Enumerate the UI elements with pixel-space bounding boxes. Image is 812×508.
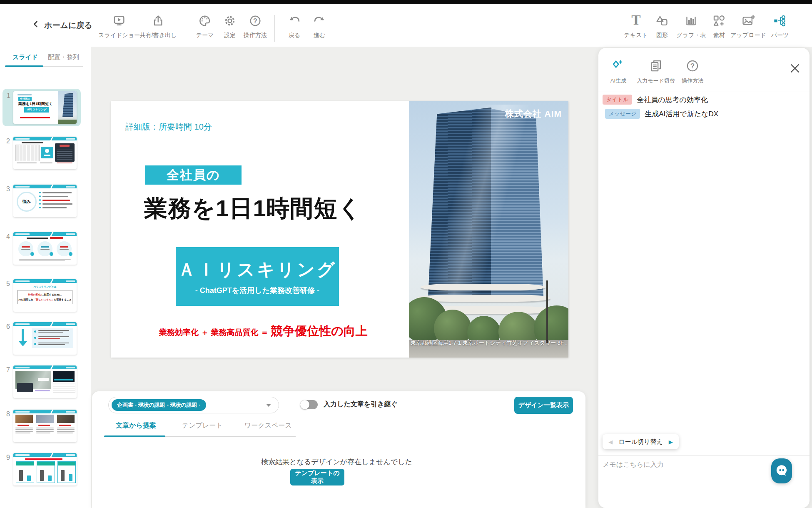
slide-thumbnail-3[interactable]: 悩み: [13, 185, 77, 217]
carry-text-toggle[interactable]: [300, 400, 318, 409]
dropdown-selected-chip: 企画書 - 現状の課題 - 現状の課題 ·: [112, 399, 206, 411]
upload-button[interactable]: アップロード: [730, 14, 766, 39]
slide-thumbnail-4[interactable]: [13, 232, 77, 265]
ai-sparkle-icon: [611, 59, 625, 74]
question-icon: ?: [249, 14, 262, 29]
close-icon[interactable]: [789, 62, 801, 76]
title-badge: タイトル: [603, 95, 632, 105]
slide-box-subtitle: - ChatGPTを活用した業務改善研修 -: [195, 285, 319, 295]
theme-label: テーマ: [196, 32, 214, 39]
document-structure-dropdown[interactable]: 企画書 - 現状の課題 - 現状の課題 ·: [108, 397, 279, 413]
slide-number: 5: [6, 280, 10, 288]
chevron-left-icon[interactable]: ◀: [608, 439, 613, 445]
undo-button[interactable]: 戻る: [288, 14, 301, 39]
slide-thumbnail-8[interactable]: [13, 410, 77, 442]
svg-text:T: T: [631, 14, 640, 28]
slide-note[interactable]: 詳細版：所要時間 10分: [125, 121, 212, 133]
tab-suggest-from-text[interactable]: 文章から提案: [116, 421, 156, 430]
slide-title[interactable]: 業務を1日1時間短く: [144, 193, 362, 225]
slide-box-title: ＡＩリスキリング: [178, 258, 337, 281]
panel-divider: [598, 92, 810, 92]
svg-text:?: ?: [690, 62, 695, 70]
title-row[interactable]: タイトル 全社員の思考の効率化: [603, 95, 708, 105]
copy-docs-icon: [649, 59, 663, 74]
assets-button[interactable]: 素材: [712, 14, 726, 39]
building-terrace: [421, 284, 545, 290]
toolbar-divider: [274, 15, 275, 42]
carry-text-toggle-label: 入力した文章を引き継ぐ: [324, 400, 398, 409]
show-template-button[interactable]: テンプレートの表示: [290, 469, 344, 485]
building-tower-light-face: [491, 105, 543, 296]
empty-result-message: 検索結果となるデザインが存在しませんでした: [261, 457, 412, 467]
suggest-tab-active-underline: [104, 435, 165, 437]
building-tower-dark-face: [428, 108, 491, 297]
formula-right: 競争優位性の向上: [271, 324, 368, 338]
slide-canvas[interactable]: 詳細版：所要時間 10分 全社員の 業務を1日1時間短く ＡＩリスキリング - …: [111, 101, 568, 358]
message-row[interactable]: メッセージ 生成AI活用で新たなDX: [605, 109, 718, 119]
design-list-button[interactable]: デザイン一覧表示: [514, 397, 573, 414]
company-name[interactable]: 株式会社 AIM: [505, 108, 562, 120]
toggle-knob: [300, 400, 309, 409]
redo-label: 進む: [314, 32, 325, 39]
panel-help-button[interactable]: ? 操作方法: [682, 59, 703, 85]
back-home-button[interactable]: ホームに戻る: [32, 19, 92, 31]
tab-template[interactable]: テンプレート: [182, 421, 223, 430]
slideshow-button[interactable]: スライドショー: [98, 14, 140, 39]
insert-shape-button[interactable]: 図形: [655, 14, 669, 39]
tab-workspace[interactable]: ワークスペース: [244, 421, 292, 430]
tab-arrange[interactable]: 配置・整列: [48, 53, 79, 61]
title-text[interactable]: 全社員の思考の効率化: [637, 95, 708, 105]
slide-number: 7: [6, 366, 10, 374]
slide-thumbnail-5[interactable]: AIリスキリングとは 時代の変化 に対応するために AIを活用した「新しいスキル…: [13, 279, 77, 312]
undo-icon: [288, 14, 301, 29]
text-icon: T: [629, 14, 643, 29]
insert-chart-label: グラフ・表: [677, 32, 706, 39]
memo-input[interactable]: [602, 460, 778, 503]
slide-subject-box[interactable]: ＡＩリスキリング - ChatGPTを活用した業務改善研修 -: [176, 247, 339, 306]
slide-thumbnail-9[interactable]: [13, 453, 77, 485]
share-export-label: 共有/書き出し: [140, 32, 177, 39]
slideshow-icon: [112, 14, 126, 29]
help-button[interactable]: ? 操作方法: [244, 14, 267, 39]
message-text[interactable]: 生成AI活用で新たなDX: [645, 109, 718, 119]
redo-icon: [313, 14, 326, 29]
slide-thumbnail-7[interactable]: [13, 365, 77, 398]
tab-slides[interactable]: スライド: [12, 53, 38, 61]
chat-support-button[interactable]: [771, 458, 792, 483]
insert-text-button[interactable]: T テキスト: [624, 14, 648, 39]
building-photo[interactable]: 株式会社 AIM 東京都港区海岸1-7-1 東京ポートシティ竹芝オフィスタワー …: [409, 101, 568, 358]
theme-button[interactable]: テーマ: [196, 14, 214, 39]
suggest-tab-underline-track: [165, 436, 296, 437]
share-export-button[interactable]: 共有/書き出し: [140, 14, 177, 39]
parts-button[interactable]: パーツ: [771, 14, 789, 39]
input-mode-switch-label: 入力モード切替: [637, 77, 675, 85]
undo-label: 戻る: [289, 32, 300, 39]
slideshow-label: スライドショー: [98, 32, 140, 39]
slide-thumbnail-1[interactable]: 全社員の 業務を1日1時間短く AIリスキリング: [13, 91, 77, 124]
redo-button[interactable]: 進む: [313, 14, 326, 39]
insert-text-label: テキスト: [624, 32, 648, 39]
panel-help-label: 操作方法: [682, 77, 703, 85]
input-mode-switch-button[interactable]: 入力モード切替: [637, 59, 675, 85]
settings-button[interactable]: 設定: [223, 14, 237, 39]
slide-number: 9: [6, 454, 10, 461]
bar-chart-icon: [685, 14, 698, 29]
role-switch-label: ロール切り替え: [618, 438, 663, 446]
slide-thumbnail-2[interactable]: [13, 137, 77, 169]
slide-number: 6: [6, 323, 10, 330]
slide-number: 2: [6, 138, 10, 145]
role-switch-button[interactable]: ◀ ロール切り替え ▶: [603, 434, 679, 449]
insert-chart-button[interactable]: グラフ・表: [677, 14, 706, 39]
company-address[interactable]: 東京都港区海岸1-7-1 東京ポートシティ竹芝オフィスタワー 8F .: [409, 339, 568, 347]
slide-number: 3: [6, 185, 10, 193]
slide-number: 8: [6, 410, 10, 418]
chat-bubble-icon: [774, 463, 789, 479]
slide-tag-box[interactable]: 全社員の: [145, 165, 242, 185]
ai-generate-button[interactable]: AI生成: [610, 59, 626, 85]
chevron-right-icon[interactable]: ▶: [669, 439, 673, 445]
parts-label: パーツ: [771, 32, 789, 39]
chevron-left-icon: [32, 19, 40, 31]
slide-thumbnail-6[interactable]: [13, 322, 77, 355]
slide-number: 4: [6, 233, 10, 240]
slide-formula[interactable]: 業務効率化 ＋ 業務高品質化 ＝ 競争優位性の向上: [159, 323, 363, 340]
